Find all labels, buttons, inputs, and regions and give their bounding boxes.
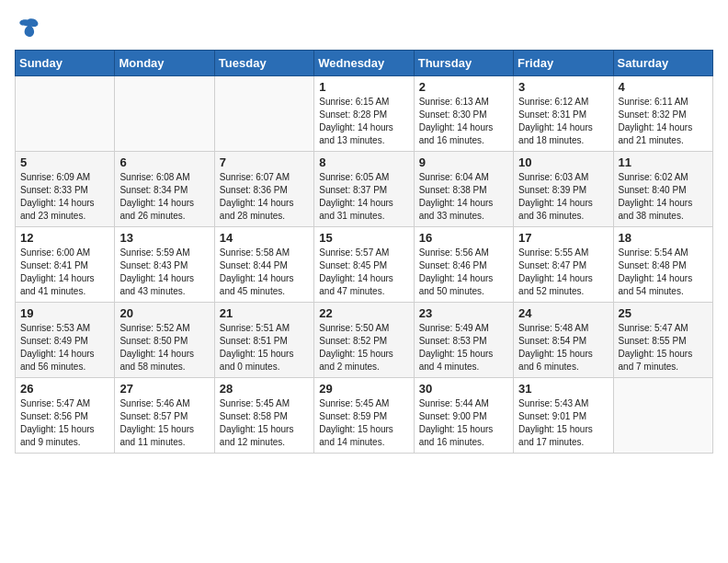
calendar-day-cell: 2Sunrise: 6:13 AM Sunset: 8:30 PM Daylig…	[414, 76, 513, 152]
day-info: Sunrise: 6:11 AM Sunset: 8:32 PM Dayligh…	[619, 96, 708, 147]
day-number: 15	[319, 231, 408, 245]
day-info: Sunrise: 5:46 AM Sunset: 8:57 PM Dayligh…	[119, 397, 209, 449]
day-info: Sunrise: 5:45 AM Sunset: 8:58 PM Dayligh…	[220, 397, 309, 449]
calendar-day-cell: 4Sunrise: 6:11 AM Sunset: 8:32 PM Daylig…	[613, 76, 712, 152]
day-number: 10	[518, 155, 608, 169]
day-info: Sunrise: 5:54 AM Sunset: 8:48 PM Dayligh…	[619, 247, 708, 298]
calendar-day-cell: 11Sunrise: 6:02 AM Sunset: 8:40 PM Dayli…	[613, 152, 712, 227]
calendar-body: 1Sunrise: 6:15 AM Sunset: 8:28 PM Daylig…	[16, 76, 713, 454]
day-info: Sunrise: 6:03 AM Sunset: 8:39 PM Dayligh…	[518, 171, 608, 223]
calendar-day-header: Saturday	[613, 51, 712, 76]
calendar-day-cell: 17Sunrise: 5:55 AM Sunset: 8:47 PM Dayli…	[514, 227, 613, 303]
calendar-day-cell: 25Sunrise: 5:47 AM Sunset: 8:55 PM Dayli…	[613, 303, 712, 378]
day-info: Sunrise: 5:47 AM Sunset: 8:56 PM Dayligh…	[20, 397, 109, 449]
day-number: 9	[419, 155, 508, 169]
calendar-day-cell: 10Sunrise: 6:03 AM Sunset: 8:39 PM Dayli…	[514, 152, 613, 227]
calendar-day-cell: 8Sunrise: 6:05 AM Sunset: 8:37 PM Daylig…	[314, 152, 414, 227]
day-info: Sunrise: 5:49 AM Sunset: 8:53 PM Dayligh…	[419, 322, 508, 373]
day-number: 12	[20, 231, 109, 245]
calendar-day-cell: 27Sunrise: 5:46 AM Sunset: 8:57 PM Dayli…	[115, 378, 214, 454]
calendar-day-header: Monday	[115, 51, 214, 76]
day-number: 21	[220, 306, 309, 320]
day-number: 19	[20, 306, 109, 320]
day-info: Sunrise: 6:12 AM Sunset: 8:31 PM Dayligh…	[518, 96, 608, 147]
day-number: 27	[119, 382, 209, 396]
day-info: Sunrise: 5:55 AM Sunset: 8:47 PM Dayligh…	[518, 247, 608, 298]
day-number: 16	[419, 231, 508, 245]
day-number: 14	[220, 231, 309, 245]
day-number: 24	[518, 306, 608, 320]
day-info: Sunrise: 6:04 AM Sunset: 8:38 PM Dayligh…	[419, 171, 508, 223]
calendar-day-header: Friday	[514, 51, 613, 76]
day-number: 17	[518, 231, 608, 245]
logo	[15, 15, 44, 40]
day-info: Sunrise: 5:59 AM Sunset: 8:43 PM Dayligh…	[119, 247, 209, 298]
calendar-day-header: Wednesday	[314, 51, 414, 76]
calendar-week-row: 26Sunrise: 5:47 AM Sunset: 8:56 PM Dayli…	[16, 378, 713, 454]
day-info: Sunrise: 5:50 AM Sunset: 8:52 PM Dayligh…	[319, 322, 408, 373]
day-number: 7	[220, 155, 309, 169]
calendar-day-cell: 21Sunrise: 5:51 AM Sunset: 8:51 PM Dayli…	[214, 303, 313, 378]
day-number: 1	[319, 80, 408, 94]
calendar-header-row: SundayMondayTuesdayWednesdayThursdayFrid…	[16, 51, 713, 76]
day-info: Sunrise: 5:58 AM Sunset: 8:44 PM Dayligh…	[220, 247, 309, 298]
day-number: 30	[419, 382, 508, 396]
day-info: Sunrise: 5:56 AM Sunset: 8:46 PM Dayligh…	[419, 247, 508, 298]
calendar-day-cell	[613, 378, 712, 454]
day-number: 11	[619, 155, 708, 169]
calendar-week-row: 1Sunrise: 6:15 AM Sunset: 8:28 PM Daylig…	[16, 76, 713, 152]
day-info: Sunrise: 6:02 AM Sunset: 8:40 PM Dayligh…	[619, 171, 708, 223]
day-info: Sunrise: 5:44 AM Sunset: 9:00 PM Dayligh…	[419, 397, 508, 449]
day-number: 6	[119, 155, 209, 169]
day-info: Sunrise: 5:45 AM Sunset: 8:59 PM Dayligh…	[319, 397, 408, 449]
calendar-week-row: 19Sunrise: 5:53 AM Sunset: 8:49 PM Dayli…	[16, 303, 713, 378]
day-number: 13	[119, 231, 209, 245]
day-info: Sunrise: 5:53 AM Sunset: 8:49 PM Dayligh…	[20, 322, 109, 373]
day-info: Sunrise: 6:13 AM Sunset: 8:30 PM Dayligh…	[419, 96, 508, 147]
calendar-day-cell: 28Sunrise: 5:45 AM Sunset: 8:58 PM Dayli…	[214, 378, 313, 454]
day-number: 22	[319, 306, 408, 320]
day-number: 31	[518, 382, 608, 396]
day-number: 20	[119, 306, 209, 320]
day-number: 28	[220, 382, 309, 396]
calendar-day-cell: 6Sunrise: 6:08 AM Sunset: 8:34 PM Daylig…	[115, 152, 214, 227]
calendar-day-cell	[115, 76, 214, 152]
calendar-day-cell	[16, 76, 115, 152]
day-info: Sunrise: 6:07 AM Sunset: 8:36 PM Dayligh…	[220, 171, 309, 223]
calendar-day-cell: 16Sunrise: 5:56 AM Sunset: 8:46 PM Dayli…	[414, 227, 513, 303]
day-number: 25	[619, 306, 708, 320]
day-number: 5	[20, 155, 109, 169]
calendar-day-cell: 12Sunrise: 6:00 AM Sunset: 8:41 PM Dayli…	[16, 227, 115, 303]
day-info: Sunrise: 5:47 AM Sunset: 8:55 PM Dayligh…	[619, 322, 708, 373]
calendar-day-cell: 22Sunrise: 5:50 AM Sunset: 8:52 PM Dayli…	[314, 303, 414, 378]
calendar-day-cell: 24Sunrise: 5:48 AM Sunset: 8:54 PM Dayli…	[514, 303, 613, 378]
calendar-day-cell: 19Sunrise: 5:53 AM Sunset: 8:49 PM Dayli…	[16, 303, 115, 378]
day-number: 8	[319, 155, 408, 169]
day-number: 2	[419, 80, 508, 94]
calendar-day-cell: 15Sunrise: 5:57 AM Sunset: 8:45 PM Dayli…	[314, 227, 414, 303]
day-info: Sunrise: 5:57 AM Sunset: 8:45 PM Dayligh…	[319, 247, 408, 298]
calendar-week-row: 12Sunrise: 6:00 AM Sunset: 8:41 PM Dayli…	[16, 227, 713, 303]
day-info: Sunrise: 6:00 AM Sunset: 8:41 PM Dayligh…	[20, 247, 109, 298]
calendar-day-cell: 13Sunrise: 5:59 AM Sunset: 8:43 PM Dayli…	[115, 227, 214, 303]
calendar-day-cell: 29Sunrise: 5:45 AM Sunset: 8:59 PM Dayli…	[314, 378, 414, 454]
calendar-day-cell: 9Sunrise: 6:04 AM Sunset: 8:38 PM Daylig…	[414, 152, 513, 227]
calendar-day-cell: 31Sunrise: 5:43 AM Sunset: 9:01 PM Dayli…	[514, 378, 613, 454]
day-number: 26	[20, 382, 109, 396]
day-info: Sunrise: 5:51 AM Sunset: 8:51 PM Dayligh…	[220, 322, 309, 373]
day-info: Sunrise: 5:48 AM Sunset: 8:54 PM Dayligh…	[518, 322, 608, 373]
calendar-week-row: 5Sunrise: 6:09 AM Sunset: 8:33 PM Daylig…	[16, 152, 713, 227]
calendar-day-cell: 7Sunrise: 6:07 AM Sunset: 8:36 PM Daylig…	[214, 152, 313, 227]
calendar-day-cell: 1Sunrise: 6:15 AM Sunset: 8:28 PM Daylig…	[314, 76, 414, 152]
calendar-day-header: Sunday	[16, 51, 115, 76]
day-number: 3	[518, 80, 608, 94]
day-number: 18	[619, 231, 708, 245]
calendar-day-cell	[214, 76, 313, 152]
day-number: 23	[419, 306, 508, 320]
calendar-day-cell: 20Sunrise: 5:52 AM Sunset: 8:50 PM Dayli…	[115, 303, 214, 378]
day-info: Sunrise: 6:05 AM Sunset: 8:37 PM Dayligh…	[319, 171, 408, 223]
day-info: Sunrise: 6:08 AM Sunset: 8:34 PM Dayligh…	[119, 171, 209, 223]
logo-bird-icon	[15, 15, 40, 40]
calendar-table: SundayMondayTuesdayWednesdayThursdayFrid…	[15, 50, 713, 454]
calendar-day-cell: 26Sunrise: 5:47 AM Sunset: 8:56 PM Dayli…	[16, 378, 115, 454]
